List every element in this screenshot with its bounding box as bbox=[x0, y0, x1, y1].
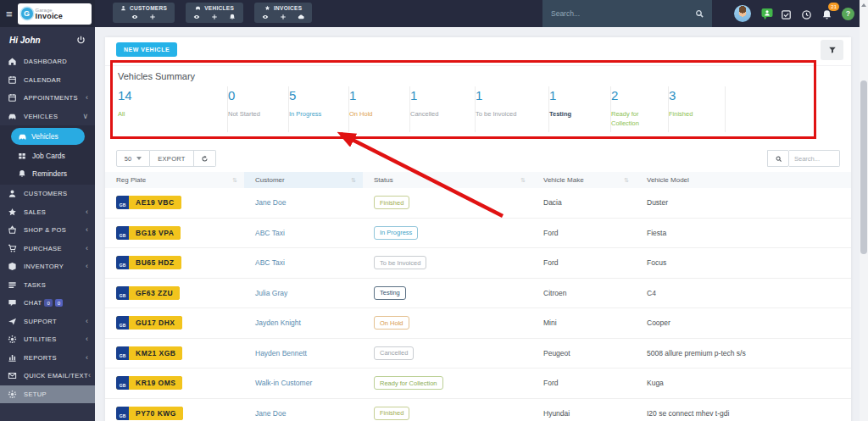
customer-link[interactable]: Walk-in Customer bbox=[255, 379, 312, 387]
app-logo[interactable]: G Garage Invoice bbox=[18, 3, 92, 25]
stat-testing[interactable]: 1 Testing bbox=[549, 86, 611, 132]
table-row[interactable]: GBGF63 ZZU Julia Gray Testing Citroen C4 bbox=[105, 279, 851, 309]
page-size-select[interactable]: 50 bbox=[116, 150, 150, 167]
sidebar-item-purchase[interactable]: PURCHASE ‹ bbox=[0, 240, 95, 258]
header-reg-plate[interactable]: Reg Plate⇅ bbox=[105, 172, 244, 188]
add-plus-icon[interactable] bbox=[149, 14, 156, 20]
table-row[interactable]: GBBU65 HDZ ABC Taxi To be Invoiced Ford … bbox=[105, 248, 851, 279]
header-vehicle-make[interactable]: Vehicle Make⇅ bbox=[532, 172, 636, 188]
customer-link[interactable]: Julia Gray bbox=[255, 289, 287, 297]
quick-group-invoices[interactable]: INVOICES bbox=[254, 3, 312, 23]
sidebar-item-inventory[interactable]: INVENTORY ‹ bbox=[0, 258, 95, 276]
scrollbar-thumb[interactable] bbox=[860, 80, 867, 254]
view-eye-icon[interactable] bbox=[262, 14, 269, 20]
status-badge: Testing bbox=[374, 286, 406, 300]
stat-ready-for-collection[interactable]: 2 Ready for Collection bbox=[611, 86, 669, 132]
table-search-button[interactable] bbox=[767, 150, 789, 167]
reg-plate: GBBU65 HDZ bbox=[116, 256, 181, 269]
sidebar-item-calendar[interactable]: CALENDAR bbox=[0, 71, 95, 90]
sidebar-item-appointments[interactable]: APPOINTMENTS ‹ bbox=[0, 89, 95, 108]
sidebar-item-customers[interactable]: CUSTOMERS bbox=[0, 185, 95, 203]
scrollbar-up-arrow[interactable] bbox=[860, 0, 868, 10]
stat-not-started[interactable]: 0 Not Started bbox=[228, 86, 289, 132]
table-search-input[interactable] bbox=[789, 150, 840, 167]
view-eye-icon[interactable] bbox=[193, 14, 200, 20]
stat-to-be-invoiced[interactable]: 1 To be Invoiced bbox=[476, 86, 549, 132]
stat-on-hold[interactable]: 1 On Hold bbox=[349, 86, 410, 132]
header-status[interactable]: Status⇅ bbox=[363, 172, 532, 188]
quick-group-customers[interactable]: CUSTOMERS bbox=[113, 3, 175, 23]
stat-cancelled[interactable]: 1 Cancelled bbox=[410, 86, 476, 132]
submenu-item-job-cards[interactable]: Job Cards bbox=[0, 147, 95, 164]
table-row[interactable]: GBKM21 XGB Hayden Bennett Cancelled Peug… bbox=[105, 339, 851, 369]
user-avatar[interactable] bbox=[734, 5, 751, 22]
topbar-right-cluster: 21 ? bbox=[734, 0, 854, 27]
sort-icon[interactable]: ⇅ bbox=[624, 177, 629, 184]
sidebar-item-shop-pos[interactable]: SHOP & POS ‹ bbox=[0, 221, 95, 240]
table-row[interactable]: GBBG18 VPA ABC Taxi In Progress Ford Fie… bbox=[105, 219, 851, 249]
table-row[interactable]: GBKR19 OMS Walk-in Customer Ready for Co… bbox=[105, 368, 851, 399]
stat-in-progress[interactable]: 5 In Progress bbox=[289, 86, 349, 132]
star-icon bbox=[8, 208, 17, 217]
submenu-item-vehicles-active[interactable]: Vehicles bbox=[11, 128, 85, 145]
customer-link[interactable]: Jane Doe bbox=[255, 409, 286, 418]
sidebar-item-reports[interactable]: REPORTS ‹ bbox=[0, 349, 95, 368]
vehicle-model: 5008 allure premium p-tech s/s bbox=[636, 349, 851, 357]
new-vehicle-button[interactable]: NEW VEHICLE bbox=[116, 42, 177, 57]
sidebar-item-utilities[interactable]: UTILITIES ‹ bbox=[0, 330, 95, 349]
submenu-item-reminders[interactable]: Reminders bbox=[0, 164, 95, 182]
help-icon[interactable]: ? bbox=[842, 8, 854, 20]
customer-link[interactable]: Hayden Bennett bbox=[255, 349, 307, 357]
app-root: ≡ G Garage Invoice Hi John DASHBOARD CAL… bbox=[0, 0, 868, 421]
stat-finished[interactable]: 3 Finished bbox=[669, 86, 726, 132]
stat-all[interactable]: 14 All bbox=[118, 86, 228, 132]
chevron-left-icon: ‹ bbox=[86, 263, 88, 270]
sidebar-item-support[interactable]: SUPPORT ‹ bbox=[0, 313, 95, 331]
vehicle-make: Ford bbox=[532, 258, 636, 267]
check-square-icon[interactable] bbox=[781, 8, 792, 19]
vehicle-model: Kuga bbox=[636, 379, 851, 387]
refresh-button[interactable] bbox=[194, 150, 216, 167]
add-plus-icon[interactable] bbox=[280, 14, 287, 20]
add-plus-icon[interactable] bbox=[211, 14, 218, 20]
sidebar-item-vehicles[interactable]: VEHICLES ∨ bbox=[0, 108, 95, 126]
sort-icon[interactable]: ⇅ bbox=[232, 177, 237, 184]
vehicle-make: Ford bbox=[532, 229, 636, 237]
sidebar-item-dashboard[interactable]: DASHBOARD bbox=[0, 53, 95, 71]
notifications-bell-icon[interactable]: 21 bbox=[821, 8, 832, 19]
clock-icon[interactable] bbox=[801, 8, 812, 19]
customer-link[interactable]: Jayden Knight bbox=[255, 319, 301, 327]
messages-icon[interactable] bbox=[760, 8, 771, 19]
grid-icon bbox=[18, 152, 26, 160]
header-customer[interactable]: Customer⇅ bbox=[244, 172, 363, 188]
gb-flag-badge: GB bbox=[116, 376, 129, 390]
sidebar-item-setup[interactable]: SETUP bbox=[0, 385, 95, 404]
customer-link[interactable]: ABC Taxi bbox=[255, 258, 285, 267]
customer-link[interactable]: ABC Taxi bbox=[255, 229, 285, 237]
vehicle-make: Peugeot bbox=[532, 349, 636, 357]
sort-icon[interactable]: ⇅ bbox=[351, 177, 356, 184]
sidebar-item-quick-email-text[interactable]: QUICK EMAIL/TEXT ‹ bbox=[0, 367, 95, 385]
export-button[interactable]: EXPORT bbox=[150, 150, 194, 167]
table-row[interactable]: GBGU17 DHX Jayden Knight On Hold Mini Co… bbox=[105, 308, 851, 339]
logout-power-icon[interactable] bbox=[76, 36, 86, 45]
filter-button[interactable] bbox=[821, 40, 843, 60]
header-vehicle-model[interactable]: Vehicle Model bbox=[636, 172, 851, 188]
user-greeting-row: Hi John bbox=[0, 27, 95, 53]
customer-link[interactable]: Jane Doe bbox=[255, 198, 286, 207]
sidebar-item-sales[interactable]: SALES ‹ bbox=[0, 203, 95, 222]
page-scrollbar[interactable] bbox=[860, 0, 868, 421]
sidebar-item-tasks[interactable]: TASKS bbox=[0, 276, 95, 295]
sidebar-item-chat[interactable]: CHAT 0 0 bbox=[0, 294, 95, 313]
view-eye-icon[interactable] bbox=[131, 14, 138, 20]
sort-icon[interactable]: ⇅ bbox=[520, 177, 526, 184]
hamburger-menu-icon[interactable]: ≡ bbox=[6, 8, 13, 20]
table-row[interactable]: GBPY70 KWG Jane Doe Finished Hyundai I20… bbox=[105, 399, 851, 421]
quick-group-vehicles[interactable]: VEHICLES bbox=[186, 3, 243, 23]
table-row[interactable]: GBAE19 VBC Jane Doe Finished Dacia Duste… bbox=[105, 188, 851, 219]
bell-icon[interactable] bbox=[229, 14, 236, 20]
global-search-input[interactable] bbox=[542, 0, 712, 27]
vehicle-make: Citroen bbox=[532, 289, 636, 297]
cloud-icon[interactable] bbox=[298, 14, 304, 20]
search-icon[interactable] bbox=[694, 8, 704, 19]
